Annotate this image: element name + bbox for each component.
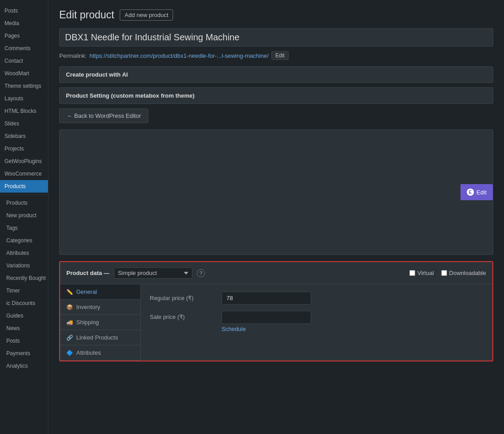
permalink-link[interactable]: https://stitchpartner.com/product/dbx1-n… xyxy=(89,52,269,59)
sidebar-item-sub-payments[interactable]: Payments xyxy=(0,347,48,360)
shipping-tab-label: Shipping xyxy=(76,319,99,326)
downloadable-checkbox-label[interactable]: Downloadable xyxy=(441,270,486,276)
elementor-icon: E xyxy=(467,189,474,196)
sidebar-item-woodmart[interactable]: WoodMart xyxy=(0,67,48,80)
page-title: Edit product xyxy=(59,9,114,21)
product-editor-area: E Edit xyxy=(59,129,493,255)
product-setting-metabox: Product Setting (custom metabox from the… xyxy=(59,87,493,104)
sidebar-item-theme-settings[interactable]: Theme settings xyxy=(0,80,48,92)
sidebar: Posts Media Pages Comments Contact WoodM… xyxy=(0,0,48,434)
sidebar-item-sub-news[interactable]: News xyxy=(0,322,48,335)
sidebar-item-sub-recently-bought[interactable]: Recently Bought xyxy=(0,272,48,284)
permalink-row: Permalink: https://stitchpartner.com/pro… xyxy=(59,51,493,60)
sidebar-item-sub-posts2[interactable]: Posts xyxy=(0,335,48,347)
inventory-tab-icon: 📦 xyxy=(66,304,73,310)
sidebar-item-sub-analytics[interactable]: Analytics xyxy=(0,360,48,372)
regular-price-input[interactable] xyxy=(222,292,311,305)
sidebar-item-pages[interactable]: Pages xyxy=(0,30,48,42)
inventory-tab-label: Inventory xyxy=(76,304,100,310)
sidebar-item-sidebars[interactable]: Sidebars xyxy=(0,130,48,142)
shipping-tab-icon: 🚚 xyxy=(66,319,73,326)
downloadable-checkbox[interactable] xyxy=(441,270,447,276)
sidebar-item-media[interactable]: Media xyxy=(0,17,48,30)
add-new-product-button[interactable]: Add new product xyxy=(120,9,174,21)
sidebar-item-products[interactable]: Products xyxy=(0,180,48,193)
sidebar-item-sub-products[interactable]: Products xyxy=(0,197,48,209)
sale-price-input-area: Schedule xyxy=(222,311,311,332)
create-ai-header[interactable]: Create product with AI xyxy=(60,67,493,82)
sidebar-item-slides[interactable]: Slides xyxy=(0,117,48,130)
create-ai-metabox: Create product with AI xyxy=(59,66,493,83)
virtual-downloadable-area: Virtual Downloadable xyxy=(409,270,486,276)
main-content: Edit product Add new product Permalink: … xyxy=(48,0,504,434)
tab-shipping[interactable]: 🚚 Shipping xyxy=(60,315,140,330)
sidebar-item-sub-new-product[interactable]: New product xyxy=(0,209,48,222)
elementor-edit-button[interactable]: E Edit xyxy=(461,184,493,200)
sidebar-item-sub-tags[interactable]: Tags xyxy=(0,222,48,234)
product-tabs: ✏️ General 📦 Inventory 🚚 Shipping 🔗 Link… xyxy=(60,284,141,361)
sale-price-label: Sale price (₹) xyxy=(150,311,222,320)
tab-attributes[interactable]: 🔷 Attributes xyxy=(60,345,140,361)
virtual-checkbox-label[interactable]: Virtual xyxy=(409,270,434,276)
sidebar-item-sub-ic-discounts[interactable]: ic Discounts xyxy=(0,297,48,309)
sidebar-item-sub-variations[interactable]: Variations xyxy=(0,259,48,272)
product-title-input[interactable] xyxy=(59,28,493,47)
tab-general[interactable]: ✏️ General xyxy=(60,284,140,300)
product-data-header: Product data — Simple product Grouped pr… xyxy=(60,262,492,284)
sidebar-item-woocommerce[interactable]: WooCommerce xyxy=(0,168,48,180)
elementor-edit-label: Edit xyxy=(477,189,487,196)
sidebar-item-projects[interactable]: Projects xyxy=(0,142,48,155)
virtual-checkbox[interactable] xyxy=(409,270,415,276)
sidebar-separator xyxy=(0,194,48,195)
general-tab-icon: ✏️ xyxy=(66,289,73,295)
tab-inventory[interactable]: 📦 Inventory xyxy=(60,300,140,315)
page-header: Edit product Add new product xyxy=(59,9,493,21)
regular-price-label: Regular price (₹) xyxy=(150,295,222,301)
sidebar-item-posts[interactable]: Posts xyxy=(0,4,48,17)
tab-linked-products[interactable]: 🔗 Linked Products xyxy=(60,330,140,345)
virtual-label: Virtual xyxy=(417,270,434,276)
linked-products-tab-label: Linked Products xyxy=(76,334,118,341)
back-to-editor-button[interactable]: ← Back to WordPress Editor xyxy=(59,108,148,123)
sidebar-item-sub-timer[interactable]: Timer xyxy=(0,284,48,297)
sidebar-item-sub-attributes[interactable]: Attributes xyxy=(0,247,48,259)
schedule-link[interactable]: Schedule xyxy=(222,326,311,332)
downloadable-label: Downloadable xyxy=(449,270,486,276)
general-tab-label: General xyxy=(76,288,97,295)
regular-price-row: Regular price (₹) xyxy=(150,292,483,305)
sidebar-item-sub-categories[interactable]: Categories xyxy=(0,234,48,247)
attributes-tab-icon: 🔷 xyxy=(66,350,73,356)
sidebar-item-comments[interactable]: Comments xyxy=(0,42,48,55)
sidebar-item-contact[interactable]: Contact xyxy=(0,55,48,67)
sale-price-row: Sale price (₹) Schedule xyxy=(150,311,483,332)
permalink-edit-button[interactable]: Edit xyxy=(271,51,289,60)
product-data-section: Product data — Simple product Grouped pr… xyxy=(59,261,493,361)
sidebar-item-sub-guides[interactable]: Guides xyxy=(0,309,48,322)
product-setting-header[interactable]: Product Setting (custom metabox from the… xyxy=(60,88,493,103)
attributes-tab-label: Attributes xyxy=(76,349,101,356)
product-type-select[interactable]: Simple product Grouped product External/… xyxy=(114,267,192,279)
product-data-body: ✏️ General 📦 Inventory 🚚 Shipping 🔗 Link… xyxy=(60,284,492,361)
permalink-label: Permalink: xyxy=(59,52,87,59)
product-data-label: Product data — xyxy=(66,270,109,276)
sidebar-item-html-blocks[interactable]: HTML Blocks xyxy=(0,105,48,117)
tab-content-general: Regular price (₹) Sale price (₹) Schedul… xyxy=(141,284,492,361)
sale-price-input[interactable] xyxy=(222,311,311,324)
help-icon[interactable]: ? xyxy=(197,269,205,277)
linked-products-tab-icon: 🔗 xyxy=(66,335,73,341)
sidebar-item-layouts[interactable]: Layouts xyxy=(0,92,48,105)
sidebar-item-getwoo[interactable]: GetWooPlugins xyxy=(0,155,48,168)
